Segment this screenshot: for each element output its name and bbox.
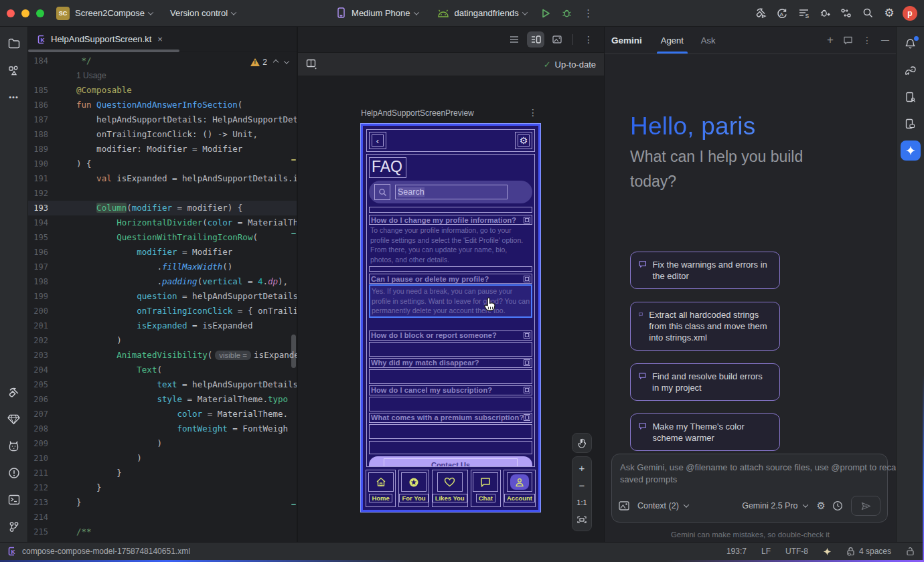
pan-tool-button[interactable] (572, 433, 592, 453)
code-line[interactable]: 211 } (28, 466, 297, 480)
running-devices-button[interactable] (901, 87, 921, 107)
preview-composable-name[interactable]: HelpAndSupportScreenPreview (361, 108, 474, 118)
code-line[interactable]: 200 onTrailingIconClick = { onTrailingIc (28, 304, 297, 318)
code-line[interactable]: 207 color = MaterialTheme. (28, 407, 297, 421)
code-line[interactable]: 198 .padding(vertical = 4.dp), (28, 274, 297, 289)
gemini-settings-icon[interactable]: ⚙ (817, 500, 826, 512)
expand-icon[interactable] (524, 387, 530, 393)
device-manager-button[interactable] (901, 114, 921, 134)
preview-item-more-icon[interactable]: ⋮ (528, 107, 538, 118)
zoom-in-button[interactable]: + (572, 460, 591, 476)
version-control-tool-button[interactable] (4, 517, 24, 537)
editor-scrollbar-thumb[interactable] (291, 335, 296, 368)
code-line[interactable]: 193 Column(modifier = modifier) { (28, 201, 297, 215)
code-line[interactable]: 186fun QuestionAndAnswerInfoSection( (28, 98, 297, 112)
nav-item-chat[interactable]: Chat (471, 470, 501, 507)
sync-project-button[interactable]: A (773, 4, 791, 23)
code-line[interactable]: 203 AnimatedVisibility(visible =isExpand… (28, 348, 297, 363)
code-line[interactable]: 212 } (28, 480, 297, 495)
faq-answer-text-highlighted[interactable]: Yes. If you need a break, you can pause … (369, 284, 532, 318)
gemini-spark-icon[interactable] (823, 547, 832, 556)
code-line[interactable]: 213} (28, 495, 297, 510)
minimize-window-button[interactable] (21, 9, 29, 17)
gradle-tool-button[interactable] (901, 60, 921, 80)
code-line[interactable]: 190) { (28, 157, 297, 171)
notifications-button[interactable] (901, 33, 921, 54)
code-line[interactable]: 205 text = helpAndSupportDetails.ans (28, 377, 297, 392)
hide-panel-button[interactable]: — (881, 35, 889, 45)
zoom-out-button[interactable]: − (572, 477, 591, 493)
more-tool-windows-button[interactable]: ••• (4, 87, 24, 107)
caret-position[interactable]: 193:7 (726, 547, 747, 556)
inspections-widget[interactable]: 2 (250, 58, 289, 67)
build-variants-button[interactable]: S (794, 4, 813, 23)
prompt-history-icon[interactable] (832, 500, 843, 511)
code-line[interactable]: 189 modifier: Modifier = Modifier (28, 142, 297, 157)
file-encoding[interactable]: UTF-8 (785, 547, 808, 556)
close-window-button[interactable] (7, 9, 15, 17)
run-button[interactable] (536, 4, 555, 23)
vcs-widget[interactable]: Version control (170, 8, 236, 18)
settings-button[interactable]: ⚙ (515, 132, 532, 149)
expand-icon[interactable] (524, 276, 530, 282)
debug-button[interactable] (558, 4, 576, 23)
code-line[interactable]: 191 val isExpanded = helpAndSupportDetai… (28, 171, 297, 186)
back-button[interactable]: ‹ (369, 132, 386, 149)
send-button[interactable] (851, 496, 880, 516)
run-config-selector[interactable]: datingandfriends (437, 8, 527, 18)
prev-warning-icon[interactable] (273, 60, 279, 65)
expand-icon[interactable] (524, 414, 530, 421)
code-line[interactable]: 208 fontWeight = FontWeigh (28, 421, 297, 436)
faq-question-row[interactable]: How do I block or report someone? (369, 331, 532, 341)
code-line[interactable]: 202 ) (28, 333, 297, 348)
code-line[interactable]: 195 QuestionWithTrailingIconRow( (28, 230, 297, 245)
code-line[interactable]: 194 HorizontalDivider(color = MaterialTh… (28, 215, 297, 230)
settings-gear-button[interactable]: ⚙ (880, 4, 899, 23)
preview-more-options-button[interactable]: ⋮ (580, 31, 597, 48)
preview-layout-button[interactable] (306, 59, 317, 70)
gemini-input-box[interactable]: Ask Gemini, use @filename to attach sour… (611, 454, 888, 523)
faq-question-row[interactable]: What comes with a premium subscription? (369, 413, 532, 423)
code-line[interactable]: 214 (28, 510, 297, 525)
project-widget[interactable]: Screen2Compose (70, 8, 153, 18)
device-streaming-button[interactable] (837, 4, 856, 23)
suggestion-card[interactable]: Extract all hardcoded strings from this … (630, 302, 780, 351)
chat-history-button[interactable] (843, 35, 853, 45)
status-file-name[interactable]: compose-compose-model-1758748140651.xml (22, 547, 190, 556)
build-tool-button[interactable] (4, 383, 24, 403)
project-tool-button[interactable] (4, 33, 24, 54)
code-line[interactable]: 204 Text( (28, 363, 297, 377)
code-line[interactable]: 215/** (28, 525, 297, 539)
write-access-lock-icon[interactable] (906, 547, 915, 556)
faq-question-row[interactable]: How do I change my profile information? (369, 215, 532, 225)
expand-icon[interactable] (524, 332, 530, 339)
faq-question-row[interactable]: Can I pause or delete my profile? (369, 274, 532, 284)
line-ending[interactable]: LF (761, 547, 771, 556)
user-avatar[interactable]: p (903, 6, 917, 21)
attach-image-icon[interactable] (619, 501, 629, 510)
search-bar[interactable]: Search (369, 181, 532, 203)
build-hammer-button[interactable] (751, 4, 770, 23)
faq-question-row[interactable]: How do I cancel my subscription? (369, 385, 532, 395)
run-more-options-button[interactable]: ⋮ (579, 4, 598, 23)
zoom-to-fit-button[interactable] (572, 512, 591, 528)
code-line[interactable]: 209 ) (28, 436, 297, 451)
contact-us-button[interactable]: Contact Us (369, 456, 532, 467)
code-line[interactable]: 210 ) (28, 451, 297, 466)
tab-agent[interactable]: Agent (661, 27, 684, 54)
problems-tool-button[interactable] (4, 463, 24, 483)
expand-icon[interactable] (524, 217, 530, 223)
code-lines[interactable]: 184 */1 Usage185@Composable186fun Questi… (28, 54, 297, 539)
code-line[interactable]: 192 (28, 186, 297, 201)
split-view-button[interactable] (527, 31, 544, 48)
code-line[interactable]: 199 question = helpAndSupportDetails.que (28, 289, 297, 304)
search-everywhere-button[interactable] (858, 4, 877, 23)
zoom-window-button[interactable] (36, 9, 44, 17)
profiler-button[interactable] (816, 4, 834, 23)
gemini-more-options-button[interactable]: ⋮ (862, 35, 872, 45)
nav-item-home[interactable]: Home (366, 470, 396, 507)
nav-item-for-you[interactable]: For You (398, 470, 429, 507)
indent-config[interactable]: 4 spaces (846, 547, 891, 556)
code-line[interactable]: 185@Composable (28, 83, 297, 98)
tab-ask[interactable]: Ask (701, 27, 716, 54)
